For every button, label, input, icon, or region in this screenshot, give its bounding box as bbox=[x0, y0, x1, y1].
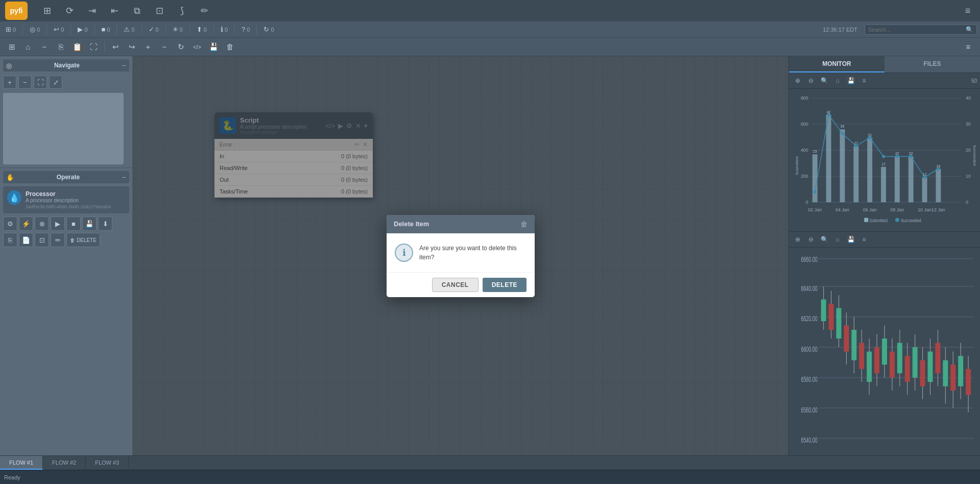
play-op-btn[interactable]: ▶ bbox=[51, 216, 65, 231]
mon-plus-btn[interactable]: ⊕ bbox=[792, 75, 803, 86]
sync-menu-icon[interactable]: ⟳ bbox=[62, 4, 77, 18]
bar-val-3: 27 bbox=[854, 141, 858, 145]
bar-val-2: 35 bbox=[841, 125, 845, 128]
cs-menu-btn[interactable]: ≡ bbox=[858, 234, 870, 245]
star-count-item[interactable]: ✳ 0 bbox=[170, 25, 185, 34]
mon-minus-btn[interactable]: ⊖ bbox=[805, 75, 817, 86]
fit-button[interactable]: ⛶ bbox=[86, 40, 101, 54]
mon-save-btn[interactable]: 💾 bbox=[845, 75, 856, 86]
help-count-item[interactable]: ? 0 bbox=[239, 25, 252, 34]
home-button[interactable]: ⌂ bbox=[20, 40, 36, 54]
tab-monitor[interactable]: MONITOR bbox=[789, 56, 885, 72]
circle-count-item[interactable]: ◎ 0 bbox=[27, 25, 42, 34]
settings-op-btn[interactable]: ⚙ bbox=[3, 216, 17, 231]
svg-text:Succeeded: Succeeded bbox=[972, 145, 976, 166]
bolt-op-btn[interactable]: ⚡ bbox=[19, 216, 33, 231]
mon-menu-btn[interactable]: ≡ bbox=[858, 75, 870, 86]
undo-count-item[interactable]: ↩ 0 bbox=[51, 25, 66, 34]
code-button[interactable]: </> bbox=[189, 40, 205, 54]
component-menu-icon[interactable]: ⊡ bbox=[152, 4, 166, 18]
undo-button[interactable]: ↩ bbox=[108, 40, 123, 54]
navigate-collapse-btn[interactable]: − bbox=[122, 61, 126, 69]
export-menu-icon[interactable]: ⇤ bbox=[107, 4, 122, 18]
modal-close-icon[interactable]: 🗑 bbox=[520, 220, 528, 228]
tb3-sep1 bbox=[104, 42, 105, 52]
copy-op-btn[interactable]: ⎘ bbox=[3, 233, 17, 247]
redo-button[interactable]: ↪ bbox=[124, 40, 139, 54]
circle-stop-op-btn[interactable]: ⊗ bbox=[35, 216, 49, 231]
bar-val-8: 12 bbox=[923, 173, 927, 176]
edit-menu-icon[interactable]: ✏ bbox=[197, 4, 211, 18]
modal-overlay[interactable]: Delete Item 🗑 ℹ Are you sure you want to… bbox=[133, 56, 788, 455]
tab-files[interactable]: FILES bbox=[885, 56, 980, 72]
warning-count-item[interactable]: ⚠ 0 bbox=[121, 25, 137, 34]
up-count: 0 bbox=[204, 27, 207, 33]
operate-buttons-row2: ⎘ 📄 ⊡ ✏ 🗑 DELETE bbox=[3, 233, 129, 247]
copy2-op-btn[interactable]: 📄 bbox=[19, 233, 33, 247]
info-icon: ℹ bbox=[221, 26, 223, 33]
flow-menu-icon[interactable]: ⟆ bbox=[175, 4, 189, 18]
zoom-out-btn[interactable]: − bbox=[18, 76, 32, 89]
delete-button[interactable]: DELETE bbox=[483, 278, 527, 292]
search-box[interactable]: 🔍 bbox=[865, 25, 977, 35]
zoom-in-btn[interactable]: + bbox=[3, 76, 16, 89]
save-button[interactable]: 💾 bbox=[206, 40, 221, 54]
cancel-button[interactable]: CANCEL bbox=[432, 278, 479, 292]
grid-menu-icon[interactable]: ⊞ bbox=[40, 4, 54, 18]
up-count-item[interactable]: ⬆ 0 bbox=[194, 25, 209, 34]
candle-6 bbox=[859, 343, 864, 369]
chart-area: 0 200 400 600 800 Submitted 0 10 20 30 4… bbox=[789, 89, 980, 231]
mon-home-btn[interactable]: ⌂ bbox=[832, 75, 843, 86]
crop-op-btn[interactable]: ⊡ bbox=[35, 233, 49, 247]
expand-nav-btn[interactable]: ⤢ bbox=[49, 76, 62, 89]
flow-tab-3[interactable]: FLOW #3 bbox=[86, 456, 129, 470]
add-button[interactable]: + bbox=[140, 40, 156, 54]
fit-nav-btn[interactable]: ⛶ bbox=[34, 76, 47, 89]
remove-button[interactable]: − bbox=[157, 40, 172, 54]
paste-button[interactable]: 📋 bbox=[69, 40, 85, 54]
navigate-section: ◎ Navigate − + − ⛶ ⤢ bbox=[0, 56, 132, 168]
import-menu-icon[interactable]: ⇥ bbox=[85, 4, 99, 18]
info-count-item[interactable]: ℹ 0 bbox=[218, 25, 230, 34]
cs-home-btn[interactable]: ⌂ bbox=[832, 234, 843, 245]
canvas-area[interactable]: 🐍 Script A script processor description … bbox=[133, 56, 788, 455]
cs-zoom-btn[interactable]: 🔍 bbox=[819, 234, 830, 245]
collapse-button[interactable]: ≡ bbox=[961, 40, 976, 54]
mon-zoom-btn[interactable]: 🔍 bbox=[819, 75, 830, 86]
trash-button[interactable]: 🗑 bbox=[222, 40, 237, 54]
flow-tab-1[interactable]: FLOW #1 bbox=[0, 456, 43, 470]
sep6 bbox=[141, 25, 142, 34]
operate-collapse-btn[interactable]: − bbox=[122, 173, 126, 181]
stop-op-btn[interactable]: ■ bbox=[66, 216, 81, 231]
stop-count-item[interactable]: ■ 0 bbox=[99, 25, 113, 34]
layers-menu-icon[interactable]: ⧉ bbox=[130, 4, 144, 18]
play-count-item[interactable]: ▶ 0 bbox=[75, 25, 90, 34]
sep11 bbox=[256, 25, 257, 34]
cs-minus-btn[interactable]: ⊖ bbox=[805, 234, 817, 245]
delete-op-btn[interactable]: 🗑 DELETE bbox=[66, 233, 100, 247]
edit-op-btn[interactable]: ✏ bbox=[51, 233, 65, 247]
undo-icon: ↩ bbox=[54, 26, 59, 33]
new-group-button[interactable]: ⊞ bbox=[4, 40, 19, 54]
play-count: 0 bbox=[84, 27, 87, 33]
warning-icon: ⚠ bbox=[124, 26, 130, 33]
svg-text:02 Jan: 02 Jan bbox=[808, 207, 822, 212]
minus-button[interactable]: − bbox=[37, 40, 52, 54]
global-count-item[interactable]: ⊞ 0 bbox=[3, 25, 18, 34]
bar-submitted-4 bbox=[867, 138, 872, 202]
check-count-item[interactable]: ✓ 0 bbox=[146, 25, 161, 34]
cs-save-btn[interactable]: 💾 bbox=[845, 234, 856, 245]
refresh-button[interactable]: ↻ bbox=[173, 40, 188, 54]
candle-18 bbox=[950, 365, 955, 391]
candle-2 bbox=[829, 304, 834, 330]
copy-button[interactable]: ⎘ bbox=[53, 40, 68, 54]
search-input[interactable] bbox=[868, 27, 966, 33]
toolbar3: ⊞ ⌂ − ⎘ 📋 ⛶ ↩ ↪ + − ↻ </> 💾 🗑 ≡ bbox=[0, 38, 980, 56]
hamburger-menu-icon[interactable]: ≡ bbox=[961, 4, 975, 18]
cs-plus-btn[interactable]: ⊕ bbox=[792, 234, 803, 245]
flow-tab-2[interactable]: FLOW #2 bbox=[43, 456, 86, 470]
download-op-btn[interactable]: ⬇ bbox=[98, 216, 112, 231]
save-op-btn[interactable]: 💾 bbox=[82, 216, 97, 231]
refresh-count-item[interactable]: ↻ 0 bbox=[261, 25, 276, 34]
candle-3 bbox=[836, 308, 842, 338]
